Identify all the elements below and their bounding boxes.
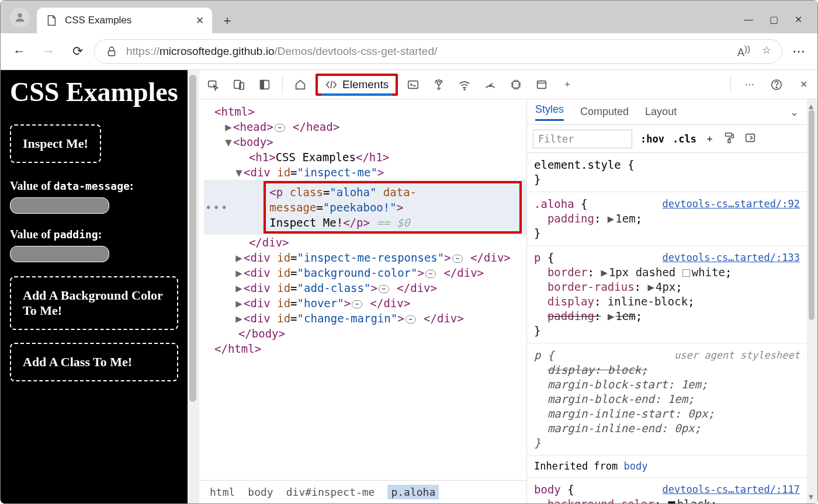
styles-tabs: Styles Computed Layout ⌄ [527,99,807,125]
computed-tab[interactable]: Computed [580,106,629,118]
styles-scrollbar[interactable]: ▴ ▾ [807,99,817,503]
network-icon[interactable] [454,74,475,95]
panel-toggle-icon[interactable] [744,131,757,147]
svg-point-0 [18,13,22,18]
svg-rect-16 [728,139,730,142]
url: https://microsoftedge.github.io/Demos/de… [126,45,437,58]
aloha-rule: devtools-cs…started/:92 .aloha { padding… [527,192,807,246]
svg-rect-11 [513,81,519,88]
lock-icon [105,45,118,58]
profile-avatar[interactable] [10,8,30,27]
inspect-me-box[interactable]: Inspect Me! [10,124,101,163]
back-button[interactable]: ← [6,39,32,64]
svg-point-14 [776,86,777,87]
read-aloud-icon[interactable]: A)) [737,44,750,59]
inspect-icon[interactable] [203,74,224,95]
dom-tree[interactable]: <html> ▶<head>⋯ </head> ▼<body> <h1>CSS … [199,99,526,480]
paint-icon[interactable] [723,131,736,147]
console-icon[interactable] [403,74,424,95]
elements-tab[interactable]: Elements [316,74,398,96]
memory-icon[interactable] [505,74,526,95]
help-icon[interactable] [766,74,787,95]
selected-dom-node[interactable]: ••• <p class="aloha" data-message="peeka… [204,180,526,235]
breadcrumbs[interactable]: html body div#inspect-me p.aloha [199,480,526,503]
window-controls: — ▢ ✕ [744,14,813,33]
refresh-button[interactable]: ⟳ [65,39,91,64]
performance-icon[interactable] [480,74,501,95]
tab-close-icon[interactable]: ✕ [196,15,204,27]
more-tabs-icon[interactable]: ＋ [557,74,578,95]
p-rule: devtools-cs…tarted/:133 p { border: ▶1px… [527,246,807,343]
minimize-button[interactable]: — [744,15,753,25]
page-viewport: CSS Examples Inspect Me! Value of data-m… [1,70,188,503]
devtools-close-icon[interactable]: ✕ [793,74,814,95]
titlebar: CSS Examples ✕ ＋ — ▢ ✕ [1,1,817,33]
browser-toolbar: ← → ⟳ https://microsoftedge.github.io/De… [1,33,817,69]
styles-more-icon[interactable]: ⌄ [790,106,799,119]
new-tab-button[interactable]: ＋ [216,9,239,32]
page-scrollbar[interactable] [188,70,199,503]
svg-rect-1 [109,51,115,55]
favorite-icon[interactable]: ☆ [762,44,771,59]
layout-tab[interactable]: Layout [645,106,677,118]
sources-icon[interactable] [428,74,449,95]
settings-button[interactable]: ⋯ [786,44,812,59]
svg-point-8 [437,81,441,85]
body-rule: devtools-cs…tarted/:117 body { backgroun… [527,478,807,503]
styles-toolbar: Filter :hov .cls ＋ [527,125,807,153]
padding-input[interactable] [10,246,109,262]
forward-button: → [36,39,61,64]
cls-toggle[interactable]: .cls [673,133,696,145]
page-title: CSS Examples [10,76,178,108]
styles-filter-input[interactable]: Filter [533,130,632,148]
new-rule-icon[interactable]: ＋ [705,132,715,145]
devtools-tabbar: Elements ＋ ⋯ ✕ [199,70,817,99]
svg-rect-15 [725,133,732,136]
background-color-box[interactable]: Add A Background Color To Me! [10,276,178,330]
ua-p-rule: user agent stylesheet p { display: block… [527,343,807,456]
dock-icon[interactable] [254,74,275,95]
styles-tab[interactable]: Styles [535,103,564,121]
styles-panel: Styles Computed Layout ⌄ Filter :hov .cl… [526,99,807,503]
svg-rect-12 [538,81,546,88]
svg-rect-7 [408,81,418,88]
inherited-section: Inherited from body [527,456,807,478]
page-icon [45,14,58,27]
svg-rect-17 [746,134,755,141]
data-message-label: Value of data-message: [10,179,178,193]
device-icon[interactable] [228,74,249,95]
styles-rules[interactable]: element.style { } devtools-cs…started/:9… [527,153,807,503]
hov-toggle[interactable]: :hov [640,133,664,145]
browser-tab[interactable]: CSS Examples ✕ [37,8,212,33]
content-area: CSS Examples Inspect Me! Value of data-m… [1,69,817,503]
maximize-button[interactable]: ▢ [770,14,778,25]
welcome-icon[interactable] [290,74,311,95]
svg-point-9 [464,89,465,90]
padding-label: Value of padding: [10,228,178,241]
close-window-button[interactable]: ✕ [795,14,802,25]
dom-panel: <html> ▶<head>⋯ </head> ▼<body> <h1>CSS … [199,99,526,503]
code-icon [325,78,338,91]
devtools: Elements ＋ ⋯ ✕ <html> ▶<head>⋯ </head> [199,70,817,503]
tab-title: CSS Examples [65,15,131,26]
application-icon[interactable] [531,74,552,95]
devtools-more-icon[interactable]: ⋯ [739,74,760,95]
address-bar[interactable]: https://microsoftedge.github.io/Demos/de… [94,39,782,64]
svg-rect-6 [261,80,264,89]
element-style-rule: element.style { } [527,153,807,192]
data-message-input[interactable] [10,197,109,214]
add-class-box[interactable]: Add A Class To Me! [10,343,178,381]
